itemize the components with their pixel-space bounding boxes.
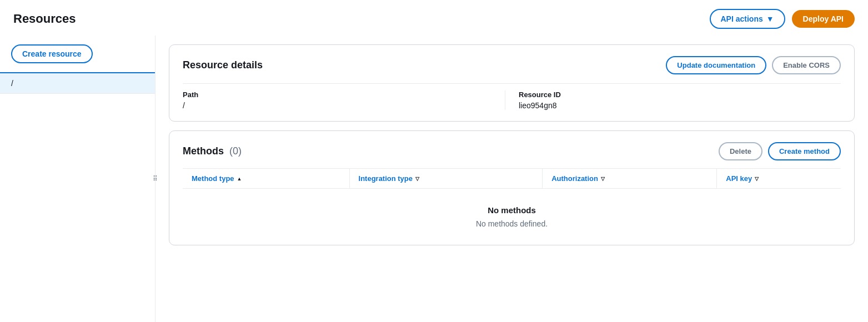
sort-asc-icon: ▲	[237, 176, 242, 182]
empty-state: No methods No methods defined.	[183, 189, 841, 234]
col-method-type-label: Method type	[192, 174, 234, 183]
path-label: Path	[183, 90, 505, 99]
sort-desc-icon-auth: ▽	[601, 176, 605, 182]
sidebar-item-label: /	[11, 79, 13, 88]
sidebar-create-resource-section: Create resource	[0, 36, 155, 72]
empty-desc: No methods defined.	[183, 219, 841, 228]
col-integration-type-label: Integration type	[359, 174, 413, 183]
resource-details-title: Resource details	[183, 59, 263, 71]
col-api-key-label: API key	[726, 174, 752, 183]
methods-actions: Delete Create method	[719, 142, 841, 160]
methods-card-header: Methods (0) Delete Create method	[183, 142, 841, 160]
col-integration-type[interactable]: Integration type ▽	[349, 169, 543, 189]
deploy-api-button[interactable]: Deploy API	[792, 10, 855, 28]
api-actions-label: API actions	[721, 14, 763, 23]
resource-details-card: Resource details Update documentation En…	[169, 44, 855, 122]
resource-id-label: Resource ID	[519, 90, 841, 99]
sort-desc-icon-integration: ▽	[415, 176, 419, 182]
header-actions: API actions ▼ Deploy API	[710, 9, 855, 29]
sidebar-item-root[interactable]: /	[0, 72, 155, 94]
col-authorization[interactable]: Authorization ▽	[543, 169, 717, 189]
enable-cors-button[interactable]: Enable CORS	[772, 56, 841, 74]
update-documentation-button[interactable]: Update documentation	[666, 56, 766, 74]
col-method-type[interactable]: Method type ▲	[183, 169, 349, 189]
sidebar-resize-handle[interactable]: ⠿	[153, 170, 157, 187]
chevron-down-icon: ▼	[766, 14, 774, 23]
methods-card: Methods (0) Delete Create method Metho	[169, 130, 855, 245]
empty-state-row: No methods No methods defined.	[183, 189, 841, 234]
col-authorization-label: Authorization	[551, 174, 598, 183]
create-resource-button[interactable]: Create resource	[11, 44, 93, 63]
methods-count: (0)	[229, 145, 242, 157]
sidebar: Create resource / ⠿	[0, 36, 155, 322]
delete-button[interactable]: Delete	[719, 142, 762, 160]
create-method-button[interactable]: Create method	[768, 142, 841, 160]
methods-table-header-row: Method type ▲ Integration type ▽	[183, 169, 841, 189]
resource-id-detail: Resource ID lieo954gn8	[505, 90, 841, 110]
resize-icon: ⠿	[153, 175, 158, 183]
content-area: Resource details Update documentation En…	[155, 36, 868, 322]
resource-details-header: Resource details Update documentation En…	[183, 56, 841, 74]
resource-details-actions: Update documentation Enable CORS	[666, 56, 841, 74]
page-title: Resources	[13, 12, 76, 26]
resource-id-value: lieo954gn8	[519, 101, 841, 110]
methods-title-group: Methods (0)	[183, 145, 242, 157]
path-detail: Path /	[183, 90, 505, 110]
empty-title: No methods	[183, 205, 841, 215]
methods-title: Methods	[183, 145, 224, 157]
sort-desc-icon-apikey: ▽	[755, 176, 759, 182]
api-actions-button[interactable]: API actions ▼	[710, 9, 785, 29]
path-value: /	[183, 101, 505, 110]
methods-table: Method type ▲ Integration type ▽	[183, 168, 841, 234]
resource-details-grid: Path / Resource ID lieo954gn8	[183, 83, 841, 110]
col-api-key[interactable]: API key ▽	[717, 169, 841, 189]
